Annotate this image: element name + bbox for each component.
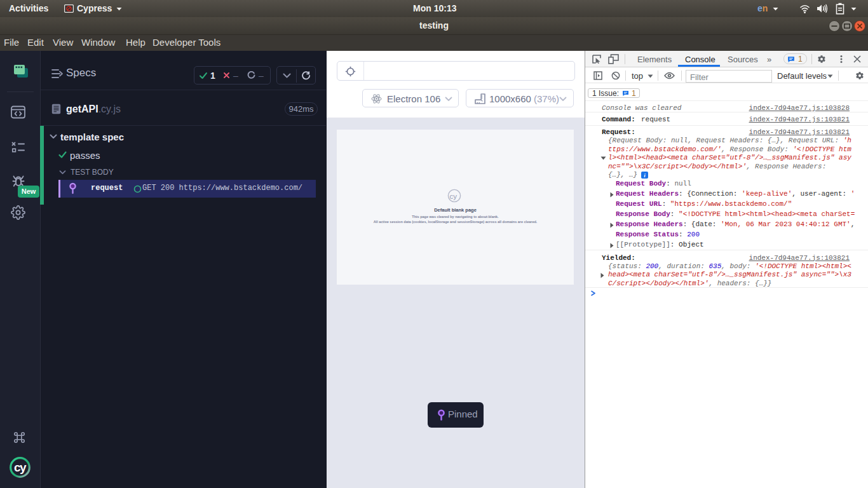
svg-text:cy: cy xyxy=(450,193,458,200)
svg-text:y: y xyxy=(20,461,27,474)
